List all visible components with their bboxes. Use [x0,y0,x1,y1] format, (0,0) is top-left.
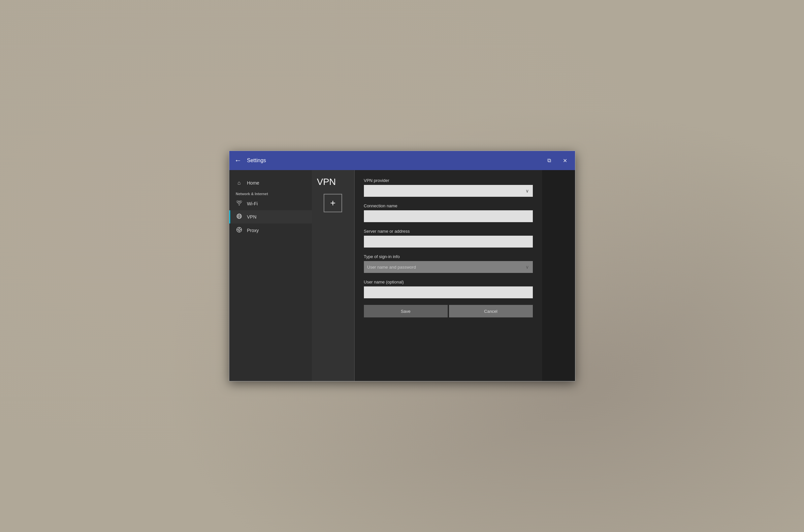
username-label: User name (optional) [364,280,533,284]
sidebar-item-proxy[interactable]: Proxy [229,224,312,237]
username-input[interactable] [364,286,533,298]
add-vpn-button[interactable]: + [324,194,342,212]
main-area: ⌂ Home Network & Internet Wi-Fi [229,170,575,381]
form-panel: VPN provider Windows (built-in) Connecti… [355,170,542,381]
cancel-button[interactable]: Cancel [449,305,533,318]
sidebar: ⌂ Home Network & Internet Wi-Fi [229,170,312,381]
connection-name-input[interactable] [364,210,533,222]
sidebar-section-label: Network & Internet [229,189,312,197]
sign-in-type-group: Type of sign-in info User name and passw… [364,254,533,273]
vpn-provider-select[interactable]: Windows (built-in) [364,185,533,197]
sidebar-item-home[interactable]: ⌂ Home [229,177,312,189]
proxy-label: Proxy [247,228,259,233]
wifi-label: Wi-Fi [247,201,258,206]
home-icon: ⌂ [236,180,242,186]
window-controls: ⧉ ✕ [545,156,570,165]
right-panel [542,170,575,381]
sign-in-type-select-wrapper: User name and password Smart card One-ti… [364,261,533,273]
sidebar-item-vpn[interactable]: VPN [229,210,312,224]
settings-window: ← Settings ⧉ ✕ ⌂ Home Network & Internet [229,151,575,381]
proxy-icon [236,227,242,234]
wifi-icon [236,201,242,207]
sidebar-item-wifi[interactable]: Wi-Fi [229,197,312,210]
titlebar: ← Settings ⧉ ✕ [229,151,575,170]
vpn-provider-select-wrapper: Windows (built-in) [364,185,533,197]
vpn-provider-group: VPN provider Windows (built-in) [364,178,533,197]
vpn-page-title: VPN [312,177,336,187]
sign-in-type-select[interactable]: User name and password Smart card One-ti… [364,261,533,273]
vpn-label: VPN [247,214,257,220]
center-panel: VPN + [312,170,355,381]
sidebar-home-label: Home [247,180,259,186]
connection-name-group: Connection name [364,203,533,222]
server-name-input[interactable] [364,236,533,248]
back-button[interactable]: ← [235,156,242,165]
username-group: User name (optional) [364,280,533,298]
server-name-group: Server name or address [364,229,533,248]
window-title: Settings [247,157,545,164]
vpn-provider-label: VPN provider [364,178,533,183]
close-button[interactable]: ✕ [560,156,570,165]
sign-in-type-label: Type of sign-in info [364,254,533,259]
connection-name-label: Connection name [364,203,533,208]
save-button[interactable]: Save [364,305,448,318]
form-actions: Save Cancel [364,305,533,318]
vpn-icon [236,214,242,220]
svg-point-6 [238,229,240,231]
restore-button[interactable]: ⧉ [545,156,553,165]
server-name-label: Server name or address [364,229,533,234]
